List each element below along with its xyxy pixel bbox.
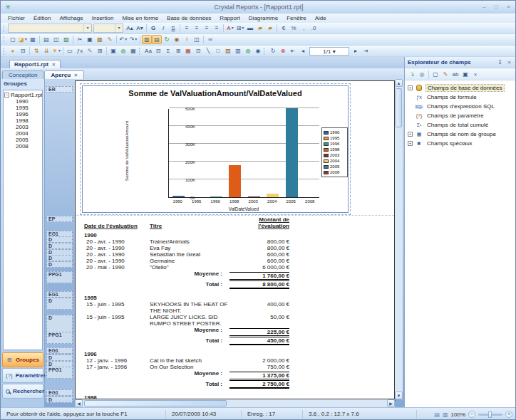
scroll-left-icon[interactable]: ◀ bbox=[75, 399, 83, 407]
minimize-icon[interactable]: – bbox=[479, 4, 490, 11]
first-page-icon[interactable]: ⇤ bbox=[288, 46, 298, 56]
verify-database-icon[interactable]: ! bbox=[182, 35, 192, 44]
last-page-icon[interactable]: ⇥ bbox=[361, 46, 371, 56]
menu-item-insertion[interactable]: Insertion bbox=[88, 14, 118, 22]
section-expert-icon[interactable]: ▭ bbox=[65, 46, 75, 56]
record-sort-expert-icon[interactable]: ⇊ bbox=[41, 46, 51, 56]
insert-picture-icon[interactable]: ▨ bbox=[223, 46, 233, 56]
section-label-ppg1[interactable]: PPG1 bbox=[46, 271, 73, 283]
section-label-ep[interactable]: EP bbox=[46, 216, 73, 222]
close-preview-icon[interactable]: × bbox=[74, 72, 78, 78]
section-label-d[interactable]: D bbox=[46, 236, 73, 243]
align-left-icon[interactable]: ≡ bbox=[182, 23, 192, 33]
section-label-ppg1[interactable]: PPG1 bbox=[46, 332, 73, 344]
ole-object-icon[interactable]: ▣ bbox=[108, 46, 118, 56]
new-report-icon[interactable]: ▢ bbox=[8, 35, 18, 44]
insert-map-icon[interactable]: ◍ bbox=[243, 46, 253, 56]
font-color-icon[interactable]: A▾ bbox=[225, 23, 235, 33]
section-label-d[interactable]: D bbox=[46, 315, 73, 333]
section-label-d[interactable]: D bbox=[46, 243, 73, 249]
menu-item-base-de-donn-es[interactable]: Base de données bbox=[162, 14, 215, 22]
open-subreport-icon[interactable]: ◫ bbox=[192, 35, 202, 44]
grid-icon[interactable]: ⊞ bbox=[95, 46, 105, 56]
group-tree-year-1995[interactable]: 1995 bbox=[4, 105, 41, 111]
section-label-ppg1[interactable]: PPG1 bbox=[46, 367, 73, 379]
edit-field-icon[interactable]: ✎ bbox=[440, 70, 450, 79]
menu-item-diagramme[interactable]: Diagramme bbox=[244, 14, 282, 22]
expand-icon[interactable]: + bbox=[408, 132, 413, 137]
auto-hide-pin-icon[interactable]: ↧ bbox=[495, 59, 505, 65]
insert-to-report-icon[interactable]: ↴ bbox=[407, 70, 417, 79]
set-datasource-icon[interactable]: ◉ bbox=[172, 35, 182, 44]
rename-field-icon[interactable]: ab bbox=[450, 70, 460, 79]
section-label-eg1[interactable]: EG1 bbox=[46, 347, 73, 354]
align-center-icon[interactable]: ≡ bbox=[192, 23, 202, 33]
group-tree-root[interactable]: − Rapport1.rpt bbox=[4, 92, 41, 98]
toggle-group-tree-icon[interactable]: ▥ bbox=[142, 35, 152, 44]
close-panel-icon[interactable]: × bbox=[505, 59, 514, 65]
stop-icon[interactable]: ⊗ bbox=[278, 46, 288, 56]
page-indicator[interactable]: 1/1 ▾ bbox=[309, 47, 349, 56]
menu-item-aide[interactable]: Aide bbox=[311, 14, 331, 22]
align-justify-icon[interactable]: ≡ bbox=[212, 23, 222, 33]
scroll-up-icon[interactable]: ▲ bbox=[395, 79, 403, 87]
thousands-separator-icon[interactable]: , bbox=[299, 23, 309, 33]
italic-icon[interactable]: I bbox=[158, 23, 168, 33]
insert-line-icon[interactable]: ╲ bbox=[203, 46, 213, 56]
group-expert-icon[interactable]: ⊟ bbox=[18, 46, 28, 56]
lock-format-icon[interactable]: ▰ bbox=[255, 23, 265, 33]
insert-group-icon[interactable]: ⊟ bbox=[153, 46, 163, 56]
section-label-d[interactable]: D bbox=[46, 397, 73, 403]
page-layout-icon[interactable]: ▤ bbox=[434, 411, 440, 418]
select-expert-icon[interactable]: ▼▾ bbox=[51, 46, 61, 56]
bold-icon[interactable]: G bbox=[148, 23, 158, 33]
insert-flash-icon[interactable]: ◉ bbox=[253, 46, 263, 56]
delete-field-icon[interactable]: × bbox=[470, 70, 480, 79]
expand-icon[interactable]: + bbox=[408, 141, 413, 146]
borders-icon[interactable]: ⊞▾ bbox=[235, 23, 245, 33]
restore-icon[interactable]: □ bbox=[491, 4, 502, 11]
insert-text-object-icon[interactable]: Aa bbox=[143, 46, 153, 56]
insert-summary-icon[interactable]: Σ bbox=[163, 46, 173, 56]
scroll-right-icon[interactable]: ▶ bbox=[387, 399, 395, 407]
menu-item-affichage[interactable]: Affichage bbox=[55, 14, 87, 22]
tab-conception[interactable]: Conception bbox=[2, 70, 43, 79]
section-label-eg1[interactable]: EG1 bbox=[46, 389, 73, 396]
group-sort-expert-icon[interactable]: ⇅ bbox=[31, 46, 41, 56]
font-size-combo[interactable]: ▾ bbox=[93, 23, 123, 33]
format-painter-icon[interactable]: ✎ bbox=[105, 35, 115, 44]
paramètres-button[interactable]: (?)Paramètres bbox=[2, 368, 43, 383]
tab-apercu[interactable]: Aperçu × bbox=[44, 70, 83, 79]
expand-icon[interactable]: + bbox=[408, 85, 413, 90]
field-item[interactable]: +Champs de base de données bbox=[406, 83, 515, 93]
close-icon[interactable]: × bbox=[503, 4, 514, 11]
vertical-scrollbar[interactable]: ▲ ▼ bbox=[395, 79, 403, 399]
menu-item-fichier[interactable]: Fichier bbox=[4, 14, 29, 22]
percent-icon[interactable]: % bbox=[289, 23, 299, 33]
zoom-in-icon[interactable]: + bbox=[505, 411, 512, 418]
section-label-d[interactable]: D bbox=[46, 355, 73, 361]
underline-icon[interactable]: S bbox=[168, 23, 178, 33]
redo-icon[interactable]: ↷▾ bbox=[128, 35, 138, 44]
section-label-d[interactable]: D bbox=[46, 298, 73, 310]
toggle-preview-panel-icon[interactable]: ▤ bbox=[152, 35, 162, 44]
insert-box-icon[interactable]: □ bbox=[213, 46, 223, 56]
increase-font-icon[interactable]: A▴ bbox=[125, 23, 135, 33]
save-icon[interactable]: ▦ bbox=[28, 35, 38, 44]
group-tree-year-2004[interactable]: 2004 bbox=[4, 130, 41, 137]
rechercher-button[interactable]: Rechercher bbox=[2, 384, 43, 399]
horizontal-scrollbar[interactable]: ◀ ▶ bbox=[75, 399, 395, 407]
font-name-combo[interactable]: ▾ bbox=[8, 23, 92, 33]
fit-page-icon[interactable]: ▥ bbox=[443, 411, 448, 418]
insert-cross-tab-icon[interactable]: ⊞ bbox=[173, 46, 183, 56]
zoom-out-icon[interactable]: − bbox=[468, 411, 475, 418]
section-label-d[interactable]: D bbox=[46, 261, 73, 268]
export-icon[interactable]: ▨ bbox=[61, 35, 71, 44]
hyperlink-icon[interactable]: ◍ bbox=[118, 46, 128, 56]
document-tab[interactable]: Rapport1.rpt × bbox=[9, 60, 61, 68]
lock-size-icon[interactable]: ▰ bbox=[265, 23, 275, 33]
browse-data-icon[interactable]: ◎ bbox=[417, 70, 427, 79]
find-icon[interactable]: ∞ bbox=[205, 35, 215, 44]
section-label-eg1[interactable]: EG1 bbox=[46, 291, 73, 298]
cut-icon[interactable]: ✂ bbox=[75, 35, 85, 44]
